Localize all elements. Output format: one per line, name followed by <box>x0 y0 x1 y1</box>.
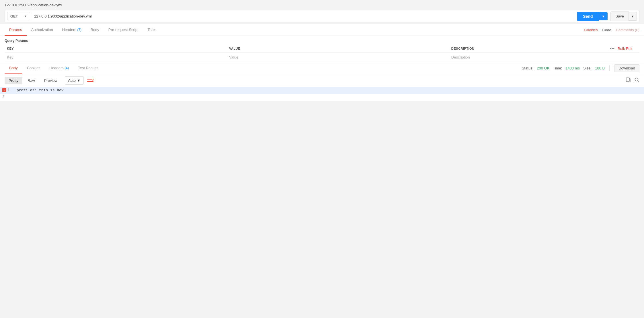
send-dropdown-button[interactable]: ▼ <box>599 12 608 20</box>
comments-link[interactable]: Comments (0) <box>616 28 639 32</box>
format-tab-pretty[interactable]: Pretty <box>5 77 22 84</box>
status-label: Status: <box>522 66 533 70</box>
search-icon[interactable] <box>634 77 639 84</box>
svg-rect-0 <box>87 78 93 78</box>
description-placeholder[interactable]: Description <box>449 53 608 62</box>
key-placeholder[interactable]: Key <box>5 53 227 62</box>
tab-pre-request-script[interactable]: Pre-request Script <box>104 24 143 36</box>
svg-line-6 <box>638 81 639 82</box>
params-table: KEY VALUE DESCRIPTION ••• Bulk Edit Key … <box>5 44 639 62</box>
save-dropdown-button[interactable]: ▼ <box>629 12 637 21</box>
code-text-2 <box>14 94 19 96</box>
method-chevron-icon: ▼ <box>24 15 27 18</box>
line-number-2: 2 <box>2 95 4 99</box>
query-params-section: Query Params KEY VALUE DESCRIPTION ••• B… <box>0 36 644 62</box>
code-line-2: 2 <box>0 94 644 101</box>
response-headers-badge: (4) <box>65 66 69 70</box>
url-input[interactable] <box>32 13 574 20</box>
tab-headers[interactable]: Headers (7) <box>58 24 86 36</box>
response-tab-test-results[interactable]: Test Results <box>73 62 103 74</box>
more-options-icon[interactable]: ••• <box>610 46 614 51</box>
tab-authorization[interactable]: Authorization <box>27 24 58 36</box>
response-tab-body[interactable]: Body <box>5 62 22 74</box>
window-title: 127.0.0.1:9002/application-dev.yml <box>5 3 639 7</box>
method-label: GET <box>10 14 18 18</box>
tab-body[interactable]: Body <box>86 24 104 36</box>
table-row-placeholder: Key Value Description <box>5 53 639 62</box>
col-key-header: KEY <box>5 44 227 53</box>
send-button[interactable]: Send <box>577 12 598 21</box>
format-dropdown-label: Auto <box>68 78 76 83</box>
svg-rect-1 <box>87 80 92 80</box>
code-line-1: ✕ 1 profiles: this is dev <box>0 87 644 94</box>
bulk-edit-button[interactable]: Bulk Edit <box>618 46 632 51</box>
response-tabs: Body Cookies Headers (4) Test Results St… <box>0 62 644 74</box>
status-value: 200 OK <box>537 66 549 70</box>
size-value: 180 B <box>595 66 605 70</box>
headers-badge: (7) <box>77 28 81 32</box>
download-button[interactable]: Download <box>614 64 639 72</box>
copy-icon[interactable] <box>626 77 631 84</box>
error-indicator: ✕ <box>2 88 6 92</box>
response-tab-cookies[interactable]: Cookies <box>22 62 45 74</box>
time-value: 1433 ms <box>565 66 580 70</box>
time-label: Time: <box>553 66 562 70</box>
format-bar: Pretty Raw Preview Auto ▼ <box>0 74 644 87</box>
format-chevron-icon: ▼ <box>77 78 81 83</box>
format-tab-raw[interactable]: Raw <box>24 77 39 84</box>
response-tab-headers[interactable]: Headers (4) <box>45 62 73 74</box>
svg-rect-4 <box>626 78 629 82</box>
svg-rect-2 <box>87 81 93 82</box>
save-button[interactable]: Save <box>610 11 629 21</box>
tab-tests[interactable]: Tests <box>143 24 161 36</box>
col-actions-header: ••• Bulk Edit <box>608 44 639 53</box>
value-placeholder[interactable]: Value <box>227 53 449 62</box>
query-params-title: Query Params <box>5 36 639 44</box>
code-text-1: profiles: this is dev <box>14 87 66 93</box>
format-dropdown[interactable]: Auto ▼ <box>65 76 84 85</box>
method-dropdown[interactable]: GET ▼ <box>7 12 30 20</box>
cookies-link[interactable]: Cookies <box>584 28 598 32</box>
col-desc-header: DESCRIPTION <box>449 44 608 53</box>
request-tabs: Params Authorization Headers (7) Body Pr… <box>0 24 644 36</box>
code-link[interactable]: Code <box>602 28 611 32</box>
code-area: ✕ 1 profiles: this is dev 2 <box>0 87 644 101</box>
tab-params[interactable]: Params <box>5 24 27 36</box>
wrap-icon[interactable] <box>87 77 93 84</box>
format-tab-preview[interactable]: Preview <box>40 77 61 84</box>
line-number-1: 1 <box>7 88 9 92</box>
size-label: Size: <box>583 66 592 70</box>
col-value-header: VALUE <box>227 44 449 53</box>
